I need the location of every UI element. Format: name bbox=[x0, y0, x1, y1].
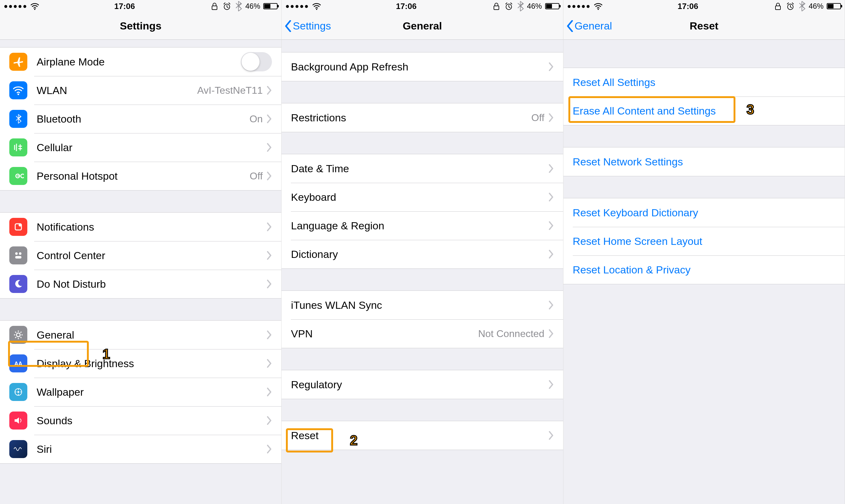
row-label: Background App Refresh bbox=[291, 61, 408, 73]
battery-percent: 46% bbox=[245, 2, 260, 11]
row-label: Dictionary bbox=[291, 248, 338, 260]
chevron-left-icon bbox=[567, 20, 573, 32]
back-label: Settings bbox=[293, 20, 331, 32]
svg-point-19 bbox=[17, 391, 19, 393]
row-reset-all-settings[interactable]: Reset All Settings bbox=[563, 68, 845, 96]
dnd-icon bbox=[9, 275, 27, 293]
battery-icon bbox=[545, 3, 559, 9]
svg-rect-7 bbox=[15, 256, 21, 258]
display-icon: AA bbox=[9, 355, 27, 373]
orientation-lock-icon bbox=[210, 2, 219, 11]
screen-general: ●●●●● 17:06 46% Settings General Backgro… bbox=[282, 0, 563, 504]
row-keyboard[interactable]: Keyboard bbox=[282, 183, 563, 211]
alarm-icon bbox=[786, 2, 795, 11]
hotspot-icon bbox=[9, 167, 27, 185]
row-label: Airplane Mode bbox=[37, 56, 105, 68]
row-control-center[interactable]: Control Center bbox=[0, 241, 281, 270]
orientation-lock-icon bbox=[492, 2, 501, 11]
row-value: Off bbox=[532, 112, 544, 124]
row-dictionary[interactable]: Dictionary bbox=[282, 240, 563, 268]
row-label: Cellular bbox=[37, 142, 72, 154]
row-itunes-wlan-sync[interactable]: iTunes WLAN Sync bbox=[282, 291, 563, 319]
row-vpn[interactable]: VPN Not Connected bbox=[282, 319, 563, 348]
row-label: Reset All Settings bbox=[573, 76, 655, 88]
row-background-app-refresh[interactable]: Background App Refresh bbox=[282, 52, 563, 81]
row-wlan[interactable]: WLAN AvI-TestNeT11 bbox=[0, 76, 281, 105]
row-value: AvI-TestNeT11 bbox=[197, 85, 263, 96]
chevron-right-icon bbox=[549, 62, 554, 71]
chevron-right-icon bbox=[549, 113, 554, 122]
chevron-right-icon bbox=[267, 172, 272, 180]
cellular-icon bbox=[9, 139, 27, 157]
svg-point-8 bbox=[16, 333, 20, 337]
row-do-not-disturb[interactable]: Do Not Disturb bbox=[0, 270, 281, 298]
chevron-left-icon bbox=[285, 20, 291, 32]
nav-title: Settings bbox=[0, 20, 281, 32]
airplane-toggle[interactable] bbox=[241, 52, 272, 71]
chevron-right-icon bbox=[549, 193, 554, 201]
chevron-right-icon bbox=[549, 164, 554, 173]
status-bar: ●●●●● 17:06 46% bbox=[282, 0, 563, 13]
row-label: Restrictions bbox=[291, 112, 346, 124]
row-reset-keyboard-dictionary[interactable]: Reset Keyboard Dictionary bbox=[563, 198, 845, 227]
row-label: Regulatory bbox=[291, 379, 342, 391]
row-wallpaper[interactable]: Wallpaper bbox=[0, 378, 281, 406]
status-bar: ●●●●● 17:06 46% bbox=[0, 0, 281, 13]
row-label: Reset bbox=[291, 430, 319, 442]
row-label: Notifications bbox=[37, 221, 94, 233]
row-label: Erase All Content and Settings bbox=[573, 105, 716, 117]
row-airplane-mode[interactable]: Airplane Mode bbox=[0, 48, 281, 76]
sounds-icon bbox=[9, 412, 27, 430]
status-time: 17:06 bbox=[678, 2, 699, 11]
row-label: Keyboard bbox=[291, 191, 336, 203]
row-cellular[interactable]: Cellular bbox=[0, 133, 281, 162]
row-label: Reset Location & Privacy bbox=[573, 264, 691, 276]
row-general[interactable]: General bbox=[0, 321, 281, 349]
chevron-right-icon bbox=[549, 380, 554, 389]
row-display-brightness[interactable]: AA Display & Brightness bbox=[0, 349, 281, 378]
row-label: Control Center bbox=[37, 250, 105, 262]
row-label: Reset Keyboard Dictionary bbox=[573, 207, 698, 219]
orientation-lock-icon bbox=[773, 2, 783, 11]
chevron-right-icon bbox=[267, 416, 272, 425]
chevron-right-icon bbox=[267, 280, 272, 288]
row-language-region[interactable]: Language & Region bbox=[282, 211, 563, 240]
control-center-icon bbox=[9, 247, 27, 265]
back-button[interactable]: Settings bbox=[282, 20, 331, 32]
row-label: Wallpaper bbox=[37, 386, 84, 398]
row-label: Display & Brightness bbox=[37, 358, 134, 370]
row-regulatory[interactable]: Regulatory bbox=[282, 370, 563, 399]
back-button[interactable]: General bbox=[563, 20, 612, 32]
chevron-right-icon bbox=[549, 301, 554, 309]
nav-bar: Settings bbox=[0, 13, 281, 40]
row-date-time[interactable]: Date & Time bbox=[282, 154, 563, 183]
battery-icon bbox=[827, 3, 841, 9]
row-erase-all-content[interactable]: Erase All Content and Settings bbox=[563, 96, 845, 125]
svg-text:AA: AA bbox=[14, 361, 22, 367]
row-label: Language & Region bbox=[291, 220, 384, 232]
row-reset-location-privacy[interactable]: Reset Location & Privacy bbox=[563, 255, 845, 284]
row-bluetooth[interactable]: Bluetooth On bbox=[0, 105, 281, 133]
svg-line-14 bbox=[20, 337, 21, 338]
row-reset-home-screen-layout[interactable]: Reset Home Screen Layout bbox=[563, 227, 845, 255]
screen-settings: ●●●●● 17:06 46% Settings Airplane Mode W… bbox=[0, 0, 282, 504]
battery-percent: 46% bbox=[527, 2, 542, 11]
notifications-icon bbox=[9, 218, 27, 236]
row-personal-hotspot[interactable]: Personal Hotspot Off bbox=[0, 162, 281, 190]
gear-icon bbox=[9, 326, 27, 344]
row-value: Off bbox=[250, 170, 263, 182]
chevron-right-icon bbox=[267, 86, 272, 95]
chevron-right-icon bbox=[267, 251, 272, 260]
alarm-icon bbox=[222, 2, 232, 11]
row-reset[interactable]: Reset bbox=[282, 421, 563, 450]
wifi-icon bbox=[594, 2, 603, 10]
chevron-right-icon bbox=[549, 221, 554, 230]
row-siri[interactable]: Siri bbox=[0, 435, 281, 463]
row-sounds[interactable]: Sounds bbox=[0, 406, 281, 435]
row-restrictions[interactable]: Restrictions Off bbox=[282, 103, 563, 132]
chevron-right-icon bbox=[267, 222, 272, 231]
row-label: Reset Network Settings bbox=[573, 156, 683, 168]
svg-line-15 bbox=[20, 332, 21, 333]
row-reset-network-settings[interactable]: Reset Network Settings bbox=[563, 147, 845, 176]
row-notifications[interactable]: Notifications bbox=[0, 213, 281, 241]
